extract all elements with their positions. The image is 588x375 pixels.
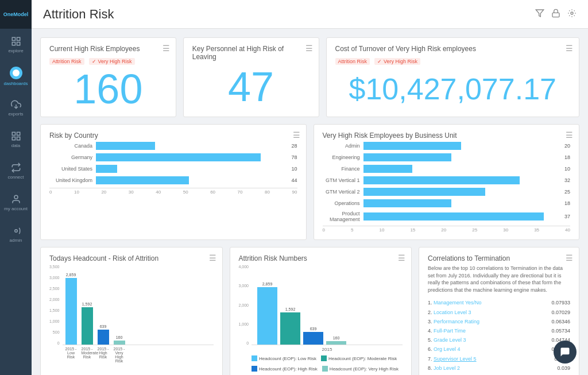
bar-gtm2: GTM Vertical 2 25 [323, 188, 571, 196]
kpi-high-risk-value: 160 [74, 68, 142, 110]
risk-by-country-chart: Canada 28 Germany 78 Unite [49, 142, 297, 195]
chat-button[interactable] [554, 341, 577, 364]
svg-rect-7 [17, 132, 20, 135]
attrition-y-axis: 4,0003,0002,0001,0000 [239, 265, 252, 345]
settings-icon[interactable] [567, 9, 577, 20]
kpi-high-risk: Current High Risk Employees Attrition Ri… [40, 37, 176, 117]
bar-germany: Germany 78 [49, 153, 297, 161]
attrition-chart-wrap: 4,0003,0002,0001,0000 2,859 1,592 [239, 265, 403, 372]
sidebar-item-dashboards[interactable]: dashboards [0, 60, 32, 92]
headcount-title: Todays Headcount - Risk of Attrition [49, 254, 214, 262]
svg-point-4 [13, 69, 20, 76]
attrition-numbers-menu[interactable]: ☰ [398, 253, 405, 262]
sidebar-myaccount-label: my account [4, 206, 28, 211]
headcount-y-axis: 3,5003,0002,5002,0001,5001,0005000 [49, 265, 63, 345]
bar-engineering: Engineering 18 [323, 153, 571, 161]
attrition-bar-low: 2,859 [257, 282, 277, 345]
sidebar-data-label: data [11, 143, 21, 148]
main-content: Attrition Risk Current High Risk Employe… [32, 0, 588, 375]
attrition-numbers-card: Attrition Risk Numbers ☰ 4,0003,0002,000… [230, 247, 412, 375]
corr-item-2: 2. Location Level 3 0.07029 [428, 308, 570, 317]
very-high-risk-bu-card: Very High Risk Employees by Business Uni… [314, 124, 580, 240]
headcount-chart-wrap: 3,5003,0002,5002,0001,5001,0005000 2,859… [49, 265, 214, 365]
correlations-list: 1. Management Yes/No 0.07933 2. Location… [428, 298, 570, 375]
bar-moderate-risk: 1,592 [82, 302, 93, 345]
sidebar-explore-label: explore [8, 48, 23, 53]
bar-operations: Operations 18 [323, 199, 571, 207]
kpi-cost-subtitle: Attrition Risk ✓ Very High Risk [335, 55, 571, 65]
headcount-menu[interactable]: ☰ [209, 253, 216, 262]
svg-rect-13 [552, 13, 559, 17]
header-actions [535, 9, 577, 20]
corr-item-7: 7. Supervisor Level 5 0.0393 [428, 354, 570, 364]
svg-rect-0 [12, 37, 15, 40]
attrition-bar-moderate: 1,592 [280, 307, 300, 345]
sidebar-connect-label: connect [7, 175, 24, 180]
svg-point-10 [14, 195, 18, 199]
risk-by-country-card: Risk by Country ☰ Canada 28 Germany [40, 124, 307, 240]
kpi-cost-value: $10,427,077.17 [349, 74, 556, 104]
lock-icon[interactable] [551, 9, 560, 20]
sidebar-item-my-account[interactable]: my account [0, 187, 32, 218]
sidebar-exports-label: exports [8, 111, 23, 117]
attrition-year: 2015 [252, 347, 403, 352]
filter-icon[interactable] [535, 9, 544, 20]
svg-point-14 [571, 12, 573, 14]
svg-rect-2 [17, 42, 20, 45]
svg-marker-12 [536, 10, 543, 17]
charts-row-1: Risk by Country ☰ Canada 28 Germany [40, 124, 579, 240]
attrition-bar-very-high: 160 [326, 336, 346, 345]
sidebar-dashboards-label: dashboards [4, 81, 28, 86]
sidebar-item-connect[interactable]: connect [0, 155, 32, 187]
kpi-key-personnel-title: Key Personnel at High Risk of Leaving [192, 45, 310, 61]
bar-canada: Canada 28 [49, 142, 297, 150]
sidebar-item-admin[interactable]: admin [0, 218, 32, 250]
svg-rect-9 [12, 137, 15, 140]
kpi-high-risk-menu[interactable]: ☰ [163, 44, 170, 53]
kpi-high-risk-subtitle: Attrition Risk ✓ Very High Risk [49, 55, 167, 65]
headcount-card: Todays Headcount - Risk of Attrition ☰ 3… [40, 247, 223, 375]
bottom-charts-row: Todays Headcount - Risk of Attrition ☰ 3… [40, 247, 579, 375]
kpi-cost-menu[interactable]: ☰ [566, 44, 573, 53]
kpi-cost-title: Cost of Turnover of Very High Risk emplo… [335, 45, 571, 53]
kpi-high-risk-title: Current High Risk Employees [49, 45, 167, 53]
corr-item-6: 6. Org Level 4 0.04545 [428, 345, 570, 354]
correlations-title: Correlations to Termination [428, 254, 570, 262]
attrition-numbers-title: Attrition Risk Numbers [239, 254, 403, 262]
kpi-key-personnel-value: 47 [228, 66, 274, 107]
bar-united-states: United States 10 [49, 165, 297, 173]
kpi-row: Current High Risk Employees Attrition Ri… [40, 37, 579, 117]
sidebar-item-exports[interactable]: exports [0, 92, 32, 123]
headcount-x-labels: 2015 - Low Risk 2015 - Moderate Risk 201… [63, 345, 214, 365]
corr-item-5: 5. Grade Level 3 0.04744 [428, 335, 570, 345]
very-high-risk-bu-menu[interactable]: ☰ [566, 130, 573, 140]
bar-admin: Admin 20 [323, 142, 571, 150]
headcount-bars: 2,859 1,592 639 [63, 265, 214, 345]
dashboard-content: Current High Risk Employees Attrition Ri… [32, 29, 588, 375]
corr-item-4: 4. Full-Part Time 0.05734 [428, 326, 570, 335]
risk-by-country-menu[interactable]: ☰ [293, 130, 300, 140]
bar-finance: Finance 10 [323, 165, 571, 173]
kpi-cost-turnover: Cost of Turnover of Very High Risk emplo… [326, 37, 580, 117]
attrition-legend: Headcount (EOP): Low Risk Headcount (EOP… [252, 355, 403, 372]
sidebar-admin-label: admin [10, 238, 22, 243]
very-high-risk-bu-title: Very High Risk Employees by Business Uni… [323, 132, 571, 140]
bar-very-high-risk: 160 [114, 335, 125, 345]
corr-item-1: 1. Management Yes/No 0.07933 [428, 298, 570, 307]
corr-item-9: 9. Grade Level 2 0.03674 [428, 373, 570, 375]
bar-low-risk: 2,859 [65, 273, 77, 345]
svg-point-11 [14, 229, 17, 232]
kpi-key-personnel-menu[interactable]: ☰ [305, 44, 313, 53]
bar-product-mgmt: Product Management 37 [323, 211, 571, 222]
svg-rect-8 [17, 137, 20, 140]
page-header: Attrition Risk [32, 0, 588, 29]
sidebar-item-explore[interactable]: explore [0, 29, 32, 60]
sidebar-item-data[interactable]: data [0, 123, 32, 155]
app-logo: OneModel [0, 0, 32, 29]
very-high-risk-bu-chart: Admin 20 Engineering 18 Fi [323, 142, 571, 233]
dashboards-icon [10, 67, 22, 79]
correlations-intro: Below are the top 10 correlations to Ter… [428, 265, 570, 293]
bar-gtm1: GTM Vertical 1 32 [323, 176, 571, 184]
svg-rect-3 [12, 42, 15, 45]
correlations-menu[interactable]: ☰ [566, 253, 573, 262]
